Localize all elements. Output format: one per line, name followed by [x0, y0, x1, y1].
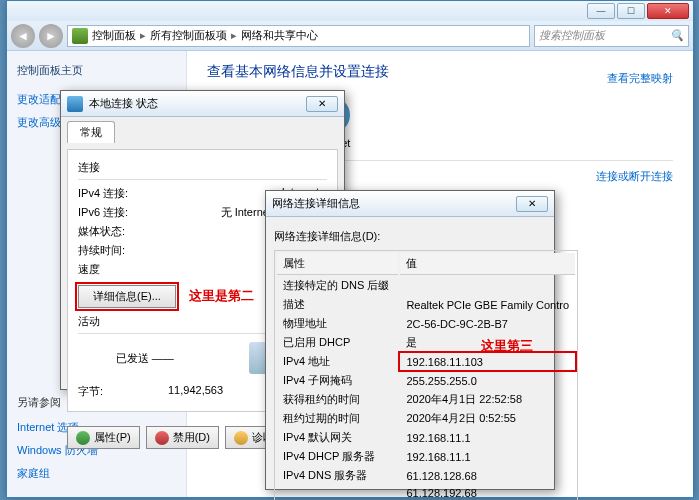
dialog-title: 本地连接 状态 [89, 96, 158, 111]
back-button[interactable]: ◄ [11, 24, 35, 48]
search-icon: 🔍 [670, 29, 684, 42]
ipv6-conn-label: IPv6 连接: [78, 205, 168, 220]
value-cell: Realtek PCIe GBE Family Contro [400, 296, 575, 313]
sidebar-title: 控制面板主页 [17, 63, 176, 78]
value-cell: 255.255.255.0 [400, 372, 575, 389]
ipv4-conn-label: IPv4 连接: [78, 186, 168, 201]
table-row[interactable]: IPv4 地址192.168.11.103 [277, 353, 575, 370]
value-cell: 2020年4月2日 0:52:55 [400, 410, 575, 427]
table-row[interactable]: IPv4 默认网关192.168.11.1 [277, 429, 575, 446]
property-cell: IPv4 DNS 服务器 [277, 467, 398, 484]
media-state-label: 媒体状态: [78, 224, 168, 239]
forward-button[interactable]: ► [39, 24, 63, 48]
property-cell: IPv4 默认网关 [277, 429, 398, 446]
properties-button[interactable]: 属性(P) [67, 426, 140, 449]
property-cell: 租约过期的时间 [277, 410, 398, 427]
tab-general[interactable]: 常规 [67, 121, 115, 143]
table-row[interactable]: 连接特定的 DNS 后缀 [277, 277, 575, 294]
col-property: 属性 [277, 253, 398, 275]
col-value: 值 [400, 253, 575, 275]
group-connection-label: 连接 [78, 160, 327, 175]
chevron-right-icon: ▸ [136, 29, 150, 42]
disable-icon [155, 431, 169, 445]
control-panel-icon [72, 28, 88, 44]
sidebar-link-homegroup[interactable]: 家庭组 [17, 462, 176, 485]
value-cell: 2020年4月1日 22:52:58 [400, 391, 575, 408]
close-button[interactable]: ✕ [647, 3, 689, 19]
tab-strip: 常规 [61, 117, 344, 143]
network-icon [67, 96, 83, 112]
property-cell: 已启用 DHCP [277, 334, 398, 351]
dialog-body: 网络连接详细信息(D): 属性值 连接特定的 DNS 后缀描述Realtek P… [266, 217, 554, 500]
duration-label: 持续时间: [78, 243, 168, 258]
search-placeholder: 搜索控制面板 [539, 28, 605, 43]
value-cell: 192.168.11.1 [400, 448, 575, 465]
property-cell: 描述 [277, 296, 398, 313]
table-row[interactable]: 61.128.192.68 [277, 486, 575, 500]
breadcrumb-root[interactable]: 控制面板 [92, 28, 136, 43]
details-heading: 网络连接详细信息(D): [274, 229, 546, 244]
table-row[interactable]: IPv4 DNS 服务器61.128.128.68 [277, 467, 575, 484]
divider [78, 179, 327, 180]
property-cell [277, 486, 398, 500]
breadcrumb-mid[interactable]: 所有控制面板项 [150, 28, 227, 43]
diagnose-icon [234, 431, 248, 445]
property-cell: IPv4 DHCP 服务器 [277, 448, 398, 465]
breadcrumb[interactable]: 控制面板▸ 所有控制面板项▸ 网络和共享中心 [67, 25, 530, 47]
bytes-label: 字节: [78, 384, 168, 399]
disable-button[interactable]: 禁用(D) [146, 426, 219, 449]
value-cell: 192.168.11.1 [400, 429, 575, 446]
value-cell: 192.168.11.103 [400, 353, 575, 370]
value-cell: 61.128.192.68 [400, 486, 575, 500]
value-cell: 2C-56-DC-9C-2B-B7 [400, 315, 575, 332]
table-row[interactable]: IPv4 子网掩码255.255.255.0 [277, 372, 575, 389]
page-title: 查看基本网络信息并设置连接 [207, 63, 673, 81]
chevron-right-icon: ▸ [227, 29, 241, 42]
table-row[interactable]: 物理地址2C-56-DC-9C-2B-B7 [277, 315, 575, 332]
maximize-button[interactable]: ☐ [617, 3, 645, 19]
annotation-2: 这里是第二 [189, 287, 254, 305]
connection-details-dialog: 网络连接详细信息 ✕ 网络连接详细信息(D): 属性值 连接特定的 DNS 后缀… [265, 190, 555, 490]
property-cell: IPv4 地址 [277, 353, 398, 370]
details-button[interactable]: 详细信息(E)... [78, 285, 176, 308]
minimize-button[interactable]: — [587, 3, 615, 19]
property-cell: 物理地址 [277, 315, 398, 332]
dialog-titlebar[interactable]: 网络连接详细信息 ✕ [266, 191, 554, 217]
dialog-close-button[interactable]: ✕ [516, 196, 548, 212]
breadcrumb-leaf[interactable]: 网络和共享中心 [241, 28, 318, 43]
annotation-3: 这里第三 [481, 337, 533, 355]
dialog-close-button[interactable]: ✕ [306, 96, 338, 112]
properties-icon [76, 431, 90, 445]
value-cell: 61.128.128.68 [400, 467, 575, 484]
value-cell [400, 277, 575, 294]
table-row[interactable]: 描述Realtek PCIe GBE Family Contro [277, 296, 575, 313]
table-row[interactable]: IPv4 DHCP 服务器192.168.11.1 [277, 448, 575, 465]
details-table: 属性值 连接特定的 DNS 后缀描述Realtek PCIe GBE Famil… [274, 250, 578, 500]
property-cell: 获得租约的时间 [277, 391, 398, 408]
view-full-map-link[interactable]: 查看完整映射 [607, 71, 673, 86]
table-row[interactable]: 租约过期的时间2020年4月2日 0:52:55 [277, 410, 575, 427]
dialog-title: 网络连接详细信息 [272, 196, 360, 211]
table-row[interactable]: 获得租约的时间2020年4月1日 22:52:58 [277, 391, 575, 408]
dialog-titlebar[interactable]: 本地连接 状态 ✕ [61, 91, 344, 117]
titlebar: — ☐ ✕ [7, 1, 693, 21]
sent-label: 已发送 —— [116, 351, 174, 366]
navbar: ◄ ► 控制面板▸ 所有控制面板项▸ 网络和共享中心 搜索控制面板 🔍 [7, 21, 693, 51]
speed-label: 速度 [78, 262, 168, 277]
property-cell: IPv4 子网掩码 [277, 372, 398, 389]
property-cell: 连接特定的 DNS 后缀 [277, 277, 398, 294]
connect-disconnect-link[interactable]: 连接或断开连接 [596, 170, 673, 182]
search-input[interactable]: 搜索控制面板 🔍 [534, 25, 689, 47]
